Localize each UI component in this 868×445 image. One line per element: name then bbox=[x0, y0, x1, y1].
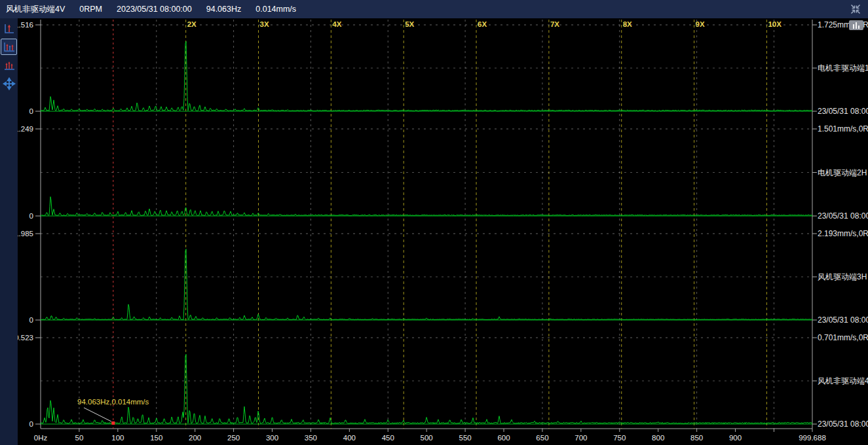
x-tick-label: 200 bbox=[189, 434, 201, 442]
spectrum-plot-area: 2X3X4X5X6X7X8X9X10X1.51601.725mm/s,0RPM电… bbox=[0, 0, 868, 445]
multi-peak-chart-icon bbox=[3, 41, 16, 54]
x-tick-label: 100 bbox=[111, 434, 124, 442]
harmonics-chart-icon bbox=[3, 59, 16, 72]
x-tick-label: 500 bbox=[421, 434, 433, 442]
harmonic-spectrum-tool-button[interactable] bbox=[1, 57, 17, 73]
spectrum-chart-1: 1.51601.725mm/s,0RPM电机非驱动端1H23/05/31 08:… bbox=[14, 20, 868, 116]
harmonic-label: 2X bbox=[187, 20, 197, 28]
x-tick-label: 250 bbox=[227, 434, 240, 442]
harmonic-label: 6X bbox=[478, 20, 487, 28]
cursor-marker[interactable] bbox=[111, 421, 115, 425]
app-window: 2X3X4X5X6X7X8X9X10X1.51601.725mm/s,0RPM电… bbox=[0, 0, 868, 445]
channel-name-label: 电机非驱动端1H bbox=[818, 63, 868, 73]
mini-chart-button[interactable] bbox=[849, 20, 863, 30]
collapse-arrows-glyph bbox=[850, 3, 861, 15]
multi-spectrum-tool-button[interactable] bbox=[1, 39, 17, 55]
x-tick-label: 550 bbox=[459, 434, 472, 442]
cursor-frequency-value: 94.063Hz bbox=[206, 5, 242, 14]
channel-name-label: 风机驱动端3H bbox=[818, 272, 867, 281]
y-zero-label: 0 bbox=[29, 316, 33, 324]
left-toolbar bbox=[0, 18, 18, 445]
pan-move-tool-button[interactable] bbox=[1, 75, 17, 92]
mini-bar-icon bbox=[858, 26, 859, 29]
harmonic-label: 7X bbox=[550, 20, 559, 28]
y-zero-label: 0 bbox=[29, 212, 33, 220]
x-tick-label: 900 bbox=[729, 434, 742, 442]
single-spectrum-tool-button[interactable] bbox=[1, 20, 17, 37]
spectrum-chart-4: 0.52300.701mm/s,0RPM风机非驱动端4V23/05/31 08:… bbox=[14, 333, 868, 429]
cursor-annotation: 94.063Hz,0.014mm/s bbox=[77, 398, 149, 406]
x-tick-label: 650 bbox=[536, 434, 548, 442]
x-tick-label: 0Hz bbox=[34, 434, 48, 442]
x-tick-label: 450 bbox=[382, 434, 394, 442]
channel-timestamp-label: 23/05/31 08:00:00 bbox=[818, 315, 868, 325]
channel-range-label: 0.701mm/s,0RPM bbox=[818, 333, 868, 342]
harmonic-label: 9X bbox=[696, 20, 705, 28]
x-tick-label: 50 bbox=[75, 434, 84, 442]
x-tick-label: 850 bbox=[690, 434, 703, 442]
x-tick-label: 350 bbox=[305, 434, 317, 442]
x-tick-label: 750 bbox=[613, 434, 626, 442]
rpm-value: 0RPM bbox=[79, 5, 102, 14]
harmonic-label: 4X bbox=[332, 20, 341, 28]
x-tick-label: 150 bbox=[150, 434, 162, 442]
collapse-icon[interactable] bbox=[848, 2, 863, 16]
measurement-point-title: 风机非驱动端4V bbox=[6, 4, 65, 15]
y-zero-label: 0 bbox=[29, 420, 33, 428]
harmonic-label: 3X bbox=[260, 20, 269, 28]
x-tick-label: 999.688 bbox=[799, 434, 826, 442]
single-peak-chart-icon bbox=[3, 22, 16, 35]
channel-range-label: 1.501mm/s,0RPM bbox=[818, 124, 868, 134]
channel-timestamp-label: 23/05/31 08:00:00 bbox=[818, 107, 868, 116]
x-tick-label: 600 bbox=[497, 434, 510, 442]
datetime-value: 2023/05/31 08:00:00 bbox=[117, 5, 192, 14]
channel-range-label: 2.193mm/s,0RPM bbox=[818, 229, 868, 238]
x-tick-label: 800 bbox=[652, 434, 664, 442]
x-tick-label: 400 bbox=[343, 434, 356, 442]
channel-name-label: 风机非驱动端4V bbox=[818, 376, 868, 385]
harmonic-label: 5X bbox=[405, 20, 414, 28]
move-cross-icon bbox=[3, 77, 16, 90]
annotation-pointer-line bbox=[84, 408, 111, 421]
x-tick-label: 700 bbox=[575, 434, 587, 442]
mini-bar-icon bbox=[853, 24, 854, 29]
y-zero-label: 0 bbox=[29, 107, 33, 115]
channel-timestamp-label: 23/05/31 08:00:00 bbox=[818, 419, 868, 429]
top-status-bar: 风机非驱动端4V 0RPM 2023/05/31 08:00:00 94.063… bbox=[0, 0, 868, 18]
harmonic-label: 8X bbox=[623, 20, 632, 28]
x-tick-label: 300 bbox=[266, 434, 278, 442]
spectrum-chart-2: 1.24901.501mm/s,0RPM电机驱动端2H23/05/31 08:0… bbox=[14, 124, 868, 221]
channel-timestamp-label: 23/05/31 08:00:00 bbox=[818, 211, 868, 221]
spectrum-chart-3: 1.98502.193mm/s,0RPM风机驱动端3H23/05/31 08:0… bbox=[14, 229, 868, 325]
channel-name-label: 电机驱动端2H bbox=[818, 168, 867, 177]
harmonic-label: 10X bbox=[768, 20, 782, 28]
mini-bar-icon bbox=[856, 22, 857, 29]
cursor-amplitude-value: 0.014mm/s bbox=[255, 5, 296, 14]
